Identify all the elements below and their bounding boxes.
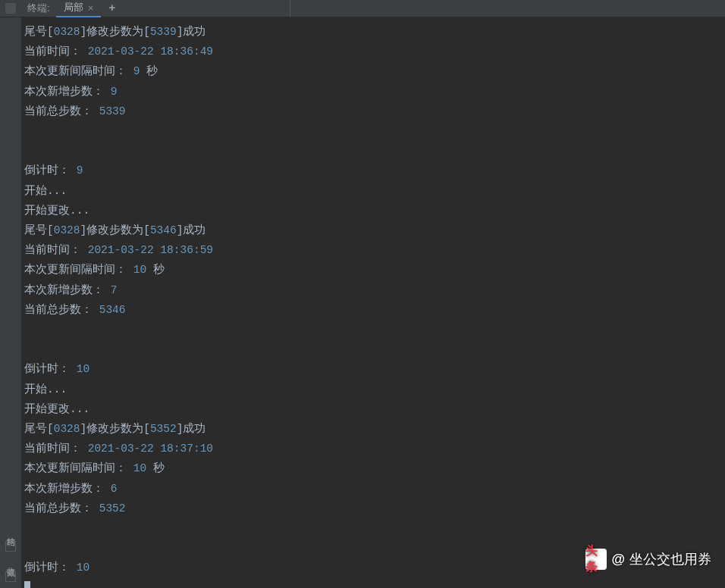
favorites-icon[interactable] xyxy=(5,571,16,582)
terminal-line: 本次新增步数： 7 xyxy=(24,280,722,300)
terminal-line: 当前时间： 2021-03-22 18:37:10 xyxy=(24,439,722,458)
terminal-blank xyxy=(24,320,722,339)
terminal-line: 本次新增步数： 6 xyxy=(24,479,722,499)
terminal-line: 开始... xyxy=(24,380,722,399)
terminal-line: 倒计时： 10 xyxy=(24,359,722,379)
settings-icon[interactable] xyxy=(5,3,16,14)
terminal-line: 本次更新间隔时间： 10 秒 xyxy=(24,458,722,478)
structure-icon[interactable] xyxy=(5,541,16,552)
watermark-name: 坐公交也用券 xyxy=(629,550,711,568)
left-tool-rail: 结构 收藏 xyxy=(0,17,21,588)
add-tab-button[interactable]: + xyxy=(101,2,123,15)
rail-structure[interactable]: 结构 xyxy=(5,530,17,532)
terminal-line: 尾号[0328]修改步数为[5339]成功 xyxy=(24,22,722,42)
panel-tabbar: 终端: 局部 × + xyxy=(0,0,725,17)
terminal-line: 尾号[0328]修改步数为[5352]成功 xyxy=(24,419,722,439)
terminal-cursor-line xyxy=(24,578,722,588)
panel-title: 终端: xyxy=(21,2,56,15)
terminal-line: 开始... xyxy=(24,181,722,201)
terminal-line: 尾号[0328]修改步数为[5346]成功 xyxy=(24,220,722,240)
close-icon[interactable]: × xyxy=(88,2,94,14)
terminal-blank xyxy=(24,141,722,161)
terminal-line: 当前总步数： 5339 xyxy=(24,102,722,121)
terminal-output[interactable]: 尾号[0328]修改步数为[5339]成功当前时间： 2021-03-22 18… xyxy=(21,17,725,588)
terminal-blank xyxy=(24,339,722,359)
rail-favorites[interactable]: 收藏 xyxy=(5,561,17,562)
divider xyxy=(290,0,290,17)
terminal-blank xyxy=(24,518,722,538)
terminal-line: 本次更新间隔时间： 9 秒 xyxy=(24,61,722,81)
terminal-line: 本次新增步数： 9 xyxy=(24,82,722,102)
terminal-line: 开始更改... xyxy=(24,201,722,220)
terminal-line: 倒计时： 9 xyxy=(24,161,722,180)
terminal-line: 本次更新间隔时间： 10 秒 xyxy=(24,260,722,280)
watermark: 头条 @ 坐公交也用券 xyxy=(585,549,711,570)
watermark-at: @ xyxy=(611,552,625,568)
terminal-line: 当前总步数： 5346 xyxy=(24,300,722,320)
terminal-line: 当前总步数： 5352 xyxy=(24,499,722,518)
cursor xyxy=(24,581,30,588)
terminal-line: 当前时间： 2021-03-22 18:36:49 xyxy=(24,42,722,61)
terminal-line: 当前时间： 2021-03-22 18:36:59 xyxy=(24,240,722,260)
terminal-line: 开始更改... xyxy=(24,399,722,419)
watermark-logo: 头条 xyxy=(585,549,607,570)
tab-label: 局部 xyxy=(64,1,83,14)
gutter-corner xyxy=(0,0,21,17)
main-area: 结构 收藏 尾号[0328]修改步数为[5339]成功当前时间： 2021-03… xyxy=(0,17,725,588)
terminal-blank xyxy=(24,121,722,141)
tab-local[interactable]: 局部 × xyxy=(56,0,102,17)
